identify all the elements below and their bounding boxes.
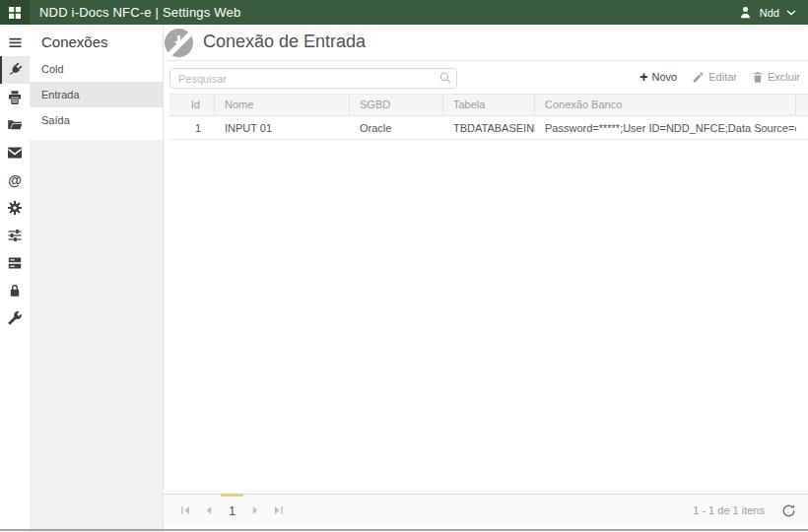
column-header-tabela[interactable]: Tabela: [443, 95, 535, 115]
user-name: Ndd: [760, 7, 779, 19]
cell-id: 1: [169, 116, 215, 139]
pager-buttons: 1: [173, 495, 291, 525]
grid-toolbar: + Novo Editar Excluir: [164, 61, 808, 94]
connections-sidebar: Conexões Cold Entrada Saída: [30, 25, 164, 530]
cell-sgbd: Oracle: [350, 116, 443, 139]
column-header-sgbd[interactable]: SGBD: [350, 95, 443, 115]
sidebar-item-saida[interactable]: Saída: [30, 107, 163, 133]
server-icon[interactable]: [0, 249, 30, 277]
cell-conexao-banco: Password=*****;User ID=NDD_NFCE;Data Sou…: [535, 116, 796, 139]
page-title: Conexão de Entrada: [203, 32, 366, 52]
at-sign-icon[interactable]: @: [0, 166, 30, 194]
pager-right: 1 - 1 de 1 itens: [693, 495, 796, 526]
grid-header-row: Id Nome SGBD Tabela Conexão Banco: [169, 94, 808, 116]
user-menu[interactable]: Ndd: [738, 0, 796, 25]
column-header-conexao-banco[interactable]: Conexão Banco: [535, 95, 796, 115]
cell-tabela: TBDATABASEINPUT: [443, 116, 535, 139]
refresh-button[interactable]: [781, 503, 796, 518]
folder-open-icon[interactable]: [0, 111, 30, 139]
sliders-icon[interactable]: [0, 222, 30, 249]
previous-page-icon: [202, 503, 216, 517]
new-button[interactable]: + Novo: [640, 70, 677, 84]
window-bottom-edge: [0, 529, 808, 531]
user-avatar-icon: [738, 5, 753, 20]
menu-icon[interactable]: [0, 29, 30, 56]
trash-icon: [752, 71, 764, 84]
page-header: Conexão de Entrada: [164, 25, 808, 61]
main-panel: Conexão de Entrada + Novo E: [164, 25, 808, 530]
previous-page-button[interactable]: [197, 495, 221, 525]
last-page-button[interactable]: [267, 495, 291, 525]
chevron-down-icon: [786, 10, 796, 16]
app-launcher-button[interactable]: [0, 0, 30, 25]
next-page-icon: [248, 503, 262, 517]
waffle-grid-icon: [8, 6, 22, 20]
search-input[interactable]: [169, 68, 457, 89]
pager-info: 1 - 1 de 1 itens: [693, 504, 765, 516]
settings-web-window: NDD i-Docs NFC-e | Settings Web Ndd: [0, 0, 808, 532]
plug-connections-icon[interactable]: [0, 56, 30, 84]
search-icon[interactable]: [438, 71, 452, 85]
wrench-icon[interactable]: [0, 304, 30, 332]
column-header-stub: [796, 95, 808, 115]
envelope-icon[interactable]: [0, 139, 30, 166]
cell-nome: INPUT 01: [215, 116, 350, 139]
toolbar-buttons: + Novo Editar Excluir: [640, 70, 800, 84]
column-header-id[interactable]: Id: [169, 95, 215, 115]
plus-icon: +: [640, 70, 647, 84]
last-page-icon: [272, 503, 286, 517]
app-title: NDD i-Docs NFC-e | Settings Web: [39, 5, 240, 20]
sidebar-title: Conexões: [30, 25, 163, 56]
first-page-icon: [178, 503, 192, 517]
refresh-icon: [781, 503, 796, 518]
gear-icon[interactable]: [0, 194, 30, 222]
pencil-icon: [692, 71, 705, 84]
sidebar-item-entrada[interactable]: Entrada: [30, 82, 163, 107]
column-header-nome[interactable]: Nome: [215, 95, 350, 115]
table-row[interactable]: 1 INPUT 01 Oracle TBDATABASEINPUT Passwo…: [169, 116, 808, 140]
grid-pager: 1 1 - 1 de 1 itens: [164, 494, 808, 525]
top-app-bar: NDD i-Docs NFC-e | Settings Web Ndd: [0, 0, 808, 25]
icon-rail: @: [0, 25, 30, 530]
data-grid: Id Nome SGBD Tabela Conexão Banco 1 INPU…: [169, 94, 808, 140]
first-page-button[interactable]: [173, 495, 197, 525]
printer-icon[interactable]: [0, 84, 30, 111]
search-box: [169, 68, 457, 89]
lock-icon[interactable]: [0, 277, 30, 304]
sidebar-item-cold[interactable]: Cold: [30, 56, 163, 82]
edit-button[interactable]: Editar: [692, 71, 737, 84]
delete-button[interactable]: Excluir: [752, 71, 800, 84]
next-page-button[interactable]: [243, 495, 267, 525]
current-page-button[interactable]: 1: [221, 494, 243, 525]
download-circle-icon: [165, 29, 193, 57]
connections-menu: Conexões Cold Entrada Saída: [30, 25, 163, 140]
